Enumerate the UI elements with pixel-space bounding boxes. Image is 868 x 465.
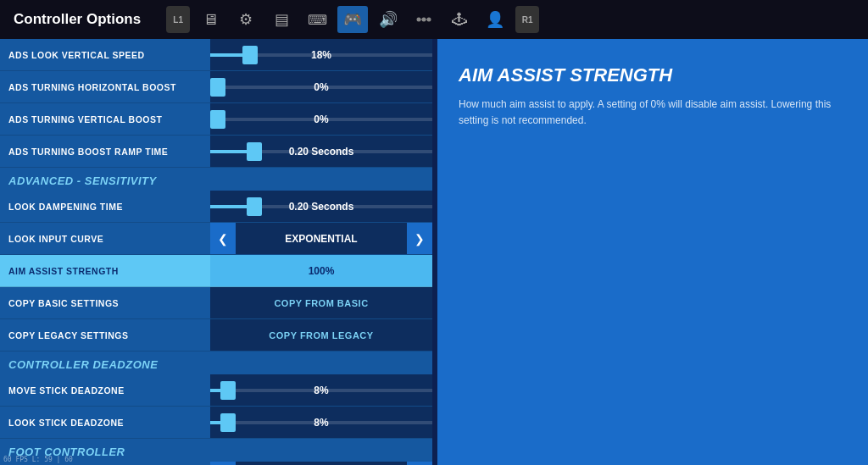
copy-from-basic-button[interactable]: COPY FROM BASIC <box>210 287 432 318</box>
detail-title: AIM ASSIST STRENGTH <box>459 64 847 86</box>
controller-icon[interactable]: 🎮 <box>337 6 368 33</box>
setting-row-aim-assist-strength[interactable]: AIM ASSIST STRENGTH 100% <box>0 255 432 287</box>
setting-row-ads-turning-horizontal-boost[interactable]: ADS TURNING HORIZONTAL BOOST 0% <box>0 71 432 103</box>
look-input-curve-right-arrow[interactable]: ❯ <box>407 223 432 254</box>
setting-label-aim-assist-strength: AIM ASSIST STRENGTH <box>0 266 210 276</box>
setting-row-look-input-curve[interactable]: LOOK INPUT CURVE ❮ EXPONENTIAL ❯ <box>0 223 432 255</box>
copy-row-basic-settings[interactable]: COPY BASIC SETTINGS COPY FROM BASIC <box>0 287 432 319</box>
value-text-look-stick-deadzone: 8% <box>314 417 328 429</box>
r1-badge[interactable]: R1 <box>515 6 539 33</box>
setting-label-move-stick-deadzone: MOVE STICK DEADZONE <box>0 385 210 396</box>
setting-value-look-dampening-time[interactable]: 0.20 Seconds <box>210 191 432 222</box>
setting-label-look-input-curve: LOOK INPUT CURVE <box>0 234 210 244</box>
value-text-ads-turning-boost-ramp-time: 0.20 Seconds <box>289 146 354 158</box>
enable-foot-controller-right-arrow[interactable]: ❯ <box>407 462 432 465</box>
l1-badge[interactable]: L1 <box>166 6 190 33</box>
look-input-curve-left-arrow[interactable]: ❮ <box>210 223 236 254</box>
top-bar: Controller Options L1 🖥 ⚙ ▤ ⌨ 🎮 🔊 <box>0 0 868 39</box>
setting-value-look-input-curve: EXPONENTIAL <box>236 223 407 254</box>
keyboard-icon[interactable]: ⌨ <box>302 6 332 33</box>
value-text-look-dampening-time: 0.20 Seconds <box>289 201 354 213</box>
setting-row-move-stick-deadzone[interactable]: MOVE STICK DEADZONE 8% <box>0 374 432 407</box>
fps-counter: 60 FPS L: 59 | 60 <box>3 456 73 463</box>
setting-label-ads-turning-boost-ramp-time: ADS TURNING BOOST RAMP TIME <box>0 147 210 157</box>
setting-row-ads-turning-boost-ramp-time[interactable]: ADS TURNING BOOST RAMP TIME 0.20 Seconds <box>0 136 432 168</box>
network-icon[interactable] <box>409 6 439 33</box>
enable-foot-controller-left-arrow[interactable]: ❮ <box>210 462 236 465</box>
l1-badge-wrap: L1 <box>166 6 190 33</box>
copy-from-legacy-button[interactable]: COPY FROM LEGACY <box>210 319 432 351</box>
setting-row-ads-turning-vertical-boost[interactable]: ADS TURNING VERTICAL BOOST 0% <box>0 103 432 136</box>
setting-value-ads-turning-vertical-boost[interactable]: 0% <box>210 103 432 135</box>
window-title: Controller Options <box>14 11 141 28</box>
setting-value-ads-look-vertical-speed[interactable]: 18% <box>210 39 432 70</box>
section-header-controller-deadzone: CONTROLLER DEADZONE <box>0 352 432 374</box>
setting-value-ads-turning-horizontal-boost[interactable]: 0% <box>210 71 432 102</box>
monitor-icon[interactable]: 🖥 <box>195 6 225 33</box>
setting-value-enable-foot-controller: OFF <box>236 462 407 465</box>
left-panel: ADS LOOK VERTICAL SPEED 18% ADS TURNING … <box>0 39 432 465</box>
setting-value-ads-turning-boost-ramp-time[interactable]: 0.20 Seconds <box>210 136 432 167</box>
setting-label-look-dampening-time: LOOK DAMPENING TIME <box>0 202 210 212</box>
speaker-icon[interactable]: 🔊 <box>373 6 403 33</box>
person-icon[interactable]: 👤 <box>480 6 510 33</box>
setting-value-look-stick-deadzone[interactable]: 8% <box>210 407 432 438</box>
list-icon[interactable]: ▤ <box>266 6 297 33</box>
setting-row-ads-look-vertical-speed[interactable]: ADS LOOK VERTICAL SPEED 18% <box>0 39 432 71</box>
setting-row-look-dampening-time[interactable]: LOOK DAMPENING TIME 0.20 Seconds <box>0 191 432 223</box>
setting-row-look-stick-deadzone[interactable]: LOOK STICK DEADZONE 8% <box>0 407 432 439</box>
setting-label-ads-turning-horizontal-boost: ADS TURNING HORIZONTAL BOOST <box>0 82 210 92</box>
value-text-look-input-curve: EXPONENTIAL <box>285 233 357 245</box>
svg-point-2 <box>427 18 431 22</box>
value-text-move-stick-deadzone: 8% <box>314 385 328 396</box>
r1-badge-wrap: R1 <box>515 6 539 33</box>
setting-label-look-stick-deadzone: LOOK STICK DEADZONE <box>0 418 210 428</box>
detail-description: How much aim assist to apply. A setting … <box>459 97 847 129</box>
gamepad-icon[interactable]: 🕹 <box>444 6 475 33</box>
main-layout: ADS LOOK VERTICAL SPEED 18% ADS TURNING … <box>0 39 868 465</box>
copy-label-legacy-settings: COPY LEGACY SETTINGS <box>0 330 210 340</box>
right-panel: AIM ASSIST STRENGTH How much aim assist … <box>437 39 868 465</box>
svg-point-0 <box>417 18 421 22</box>
section-header-advanced-sensitivity: ADVANCED - SENSITIVITY <box>0 168 432 191</box>
svg-point-1 <box>422 18 426 22</box>
value-text-ads-turning-horizontal-boost: 0% <box>314 81 328 93</box>
setting-value-move-stick-deadzone[interactable]: 8% <box>210 374 432 406</box>
value-text-ads-turning-vertical-boost: 0% <box>314 113 328 125</box>
setting-label-ads-turning-vertical-boost: ADS TURNING VERTICAL BOOST <box>0 114 210 125</box>
value-text-ads-look-vertical-speed: 18% <box>311 49 331 61</box>
value-text-aim-assist-strength: 100% <box>309 265 335 277</box>
setting-value-aim-assist-strength[interactable]: 100% <box>210 255 432 286</box>
copy-label-basic-settings: COPY BASIC SETTINGS <box>0 298 210 308</box>
setting-label-ads-look-vertical-speed: ADS LOOK VERTICAL SPEED <box>0 50 210 60</box>
gear-icon[interactable]: ⚙ <box>231 6 261 33</box>
copy-row-legacy-settings[interactable]: COPY LEGACY SETTINGS COPY FROM LEGACY <box>0 319 432 352</box>
nav-icons: L1 🖥 ⚙ ▤ ⌨ 🎮 🔊 🕹 👤 R1 <box>166 6 539 33</box>
